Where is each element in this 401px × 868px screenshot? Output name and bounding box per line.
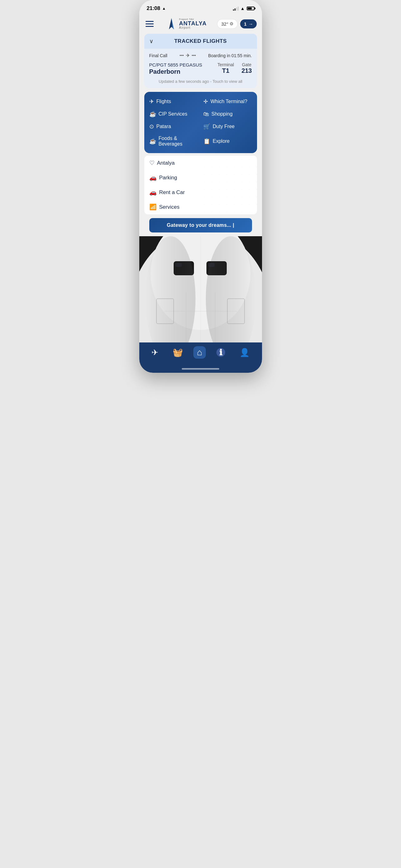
- wifi-services-icon: 📶: [149, 204, 157, 211]
- dots-left-icon: •••: [179, 53, 184, 58]
- services-label: Services: [159, 204, 179, 210]
- flight-status-label: Final Call: [149, 53, 167, 58]
- patara-label: Patara: [157, 124, 171, 129]
- duty-free-icon: 🛒: [203, 123, 210, 130]
- status-time: 21:08 ▲: [147, 5, 166, 11]
- arrow-right-icon: →: [248, 21, 253, 27]
- logo-icon: [165, 18, 178, 30]
- gate-value: 213: [241, 67, 252, 74]
- nav-item-home[interactable]: ⌂: [193, 346, 206, 359]
- signal-icon: [233, 6, 239, 11]
- menu-item-antalya[interactable]: ♡ Antalya: [144, 156, 257, 170]
- foods-beverages-label: Foods & Beverages: [159, 135, 198, 147]
- rent-a-car-label: Rent a Car: [159, 189, 185, 195]
- menu-item-rent-a-car[interactable]: 🚗 Rent a Car: [144, 185, 257, 200]
- explore-label: Explore: [213, 138, 230, 144]
- header-right: 32° ⚙ 1 →: [217, 19, 257, 29]
- rent-car-icon: 🚗: [149, 189, 157, 196]
- bottom-navigation: ✈ 🧺 ⌂ ℹ 👤: [139, 342, 262, 366]
- gate-label: Gate: [241, 62, 252, 67]
- nav-flights-icon: ✈: [152, 348, 158, 358]
- main-content: ∨ TRACKED FLIGHTS Final Call ••• ✈ ••• B…: [139, 34, 262, 153]
- nav-basket-icon: 🧺: [173, 348, 183, 358]
- wifi-icon: ▲: [240, 6, 245, 11]
- menu-item-flights[interactable]: ✈ Flights: [149, 98, 198, 105]
- settings-icon: ⚙: [230, 21, 234, 26]
- weather-badge[interactable]: 32° ⚙: [217, 19, 238, 29]
- tracked-flights-card[interactable]: ∨ TRACKED FLIGHTS Final Call ••• ✈ ••• B…: [144, 34, 257, 88]
- white-menu-section: ♡ Antalya 🚗 Parking 🚗 Rent a Car 📶 Servi…: [144, 156, 257, 214]
- flight-number: PC/PGT 5855 PEGASUS: [149, 62, 213, 67]
- app-header: Fraport TAV ANTALYA Airport 32° ⚙ 1 →: [139, 15, 262, 34]
- foods-icon: ☕: [149, 138, 156, 145]
- nav-home-icon: ⌂: [197, 347, 202, 358]
- shopping-icon: 🛍: [203, 111, 209, 118]
- gate-block: Gate 213: [241, 62, 252, 74]
- main-menu-grid: ✈ Flights ✛ Which Terminal? ☕ CIP Servic…: [144, 92, 257, 153]
- terminal-icon: ✛: [203, 98, 208, 105]
- location-arrow-icon: ▲: [162, 6, 166, 11]
- collapse-icon[interactable]: ∨: [149, 38, 153, 45]
- flight-status-row: Final Call ••• ✈ ••• Boarding in 01:55 m…: [144, 49, 257, 61]
- menu-item-duty-free[interactable]: 🛒 Duty Free: [203, 123, 252, 130]
- antalya-label: Antalya: [157, 160, 175, 166]
- tagline-banner: Gateway to your dreams... |: [149, 218, 252, 232]
- nav-item-info[interactable]: ℹ: [213, 347, 229, 358]
- plane-icon: ✈: [186, 53, 190, 58]
- tracked-flights-header[interactable]: ∨ TRACKED FLIGHTS: [144, 34, 257, 49]
- terminal-label: Terminal: [218, 62, 234, 67]
- menu-item-explore[interactable]: 📋 Explore: [203, 135, 252, 147]
- app-logo: Fraport TAV ANTALYA Airport: [165, 18, 206, 30]
- nav-item-basket[interactable]: 🧺: [169, 346, 187, 359]
- hamburger-menu-button[interactable]: [144, 20, 155, 28]
- which-terminal-label: Which Terminal?: [210, 99, 247, 104]
- boarding-time-label: Boarding in 01:55 min.: [208, 53, 252, 58]
- cip-services-label: CIP Services: [159, 111, 188, 117]
- menu-item-services[interactable]: 📶 Services: [144, 200, 257, 214]
- tracked-flights-title: TRACKED FLIGHTS: [174, 38, 227, 44]
- duty-free-label: Duty Free: [213, 124, 235, 129]
- home-bar: [182, 368, 219, 370]
- plane-image: [139, 236, 262, 342]
- logo-text: Fraport TAV ANTALYA Airport: [179, 18, 206, 29]
- menu-item-cip-services[interactable]: ☕ CIP Services: [149, 111, 198, 118]
- tagline-text: Gateway to your dreams... |: [167, 222, 234, 228]
- plane-image-container: [139, 236, 262, 342]
- plane-nose-illustration: [139, 236, 262, 342]
- shopping-label: Shopping: [211, 111, 233, 117]
- menu-item-patara[interactable]: ⊙ Patara: [149, 123, 198, 130]
- flight-details-row: PC/PGT 5855 PEGASUS Paderborn Terminal T…: [144, 61, 257, 78]
- phone-frame: 21:08 ▲ ▲: [139, 0, 262, 373]
- updated-text: Updated a few seconds ago - Touch to vie…: [144, 78, 257, 88]
- menu-item-shopping[interactable]: 🛍 Shopping: [203, 111, 252, 118]
- cip-icon: ☕: [149, 111, 156, 118]
- home-indicator: [139, 366, 262, 373]
- tracked-flight-badge[interactable]: 1 →: [240, 19, 257, 28]
- heart-icon: ♡: [149, 159, 155, 166]
- menu-item-which-terminal[interactable]: ✛ Which Terminal?: [203, 98, 252, 105]
- explore-icon: 📋: [203, 138, 210, 145]
- nav-item-flights[interactable]: ✈: [148, 346, 162, 359]
- flight-number-dest: PC/PGT 5855 PEGASUS Paderborn: [149, 62, 213, 75]
- status-bar: 21:08 ▲ ▲: [139, 0, 262, 15]
- battery-icon: [247, 6, 255, 10]
- destination-city: Paderborn: [149, 68, 213, 75]
- parking-label: Parking: [159, 175, 177, 181]
- patara-icon: ⊙: [149, 123, 154, 130]
- status-icons: ▲: [233, 6, 255, 11]
- menu-item-foods-beverages[interactable]: ☕ Foods & Beverages: [149, 135, 198, 147]
- dots-right-icon: •••: [192, 53, 196, 58]
- nav-item-profile[interactable]: 👤: [236, 346, 253, 359]
- flights-icon: ✈: [149, 98, 154, 105]
- parking-icon: 🚗: [149, 174, 157, 181]
- flight-route-indicator: ••• ✈ •••: [179, 53, 196, 58]
- nav-profile-icon: 👤: [239, 348, 249, 358]
- terminal-gate-info: Terminal T1 Gate 213: [218, 62, 252, 74]
- terminal-block: Terminal T1: [218, 62, 234, 74]
- flights-label: Flights: [157, 99, 171, 104]
- nav-info-icon: ℹ: [216, 348, 225, 357]
- menu-item-parking[interactable]: 🚗 Parking: [144, 170, 257, 185]
- terminal-value: T1: [218, 67, 234, 74]
